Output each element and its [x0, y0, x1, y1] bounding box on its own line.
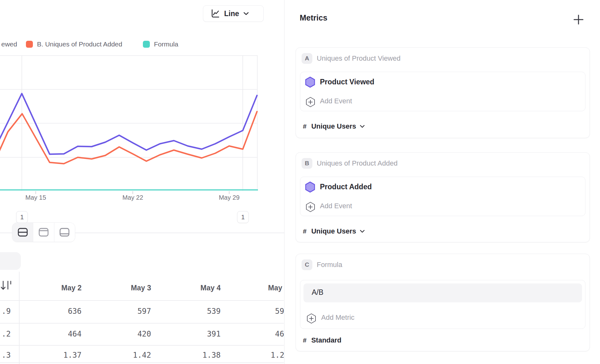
add-metric-hexagon-icon	[306, 313, 317, 324]
row-divider	[0, 345, 284, 346]
column-header[interactable]: May 4	[170, 283, 221, 293]
legend-item-b[interactable]: B. Uniques of Product Added	[37, 40, 122, 48]
metric-badge: C	[302, 259, 312, 270]
event-hexagon-icon	[304, 181, 316, 193]
column-divider	[19, 272, 20, 364]
hash-icon: #	[303, 228, 307, 235]
event-hexagon-icon	[304, 76, 316, 88]
line-chart-icon	[210, 9, 220, 18]
annotation-chip[interactable]: 1	[237, 211, 249, 223]
event-name: Product Added	[320, 183, 372, 191]
table-cell-truncated: 46	[275, 329, 284, 339]
table-cell: 1.38	[170, 350, 221, 360]
column-header-truncated[interactable]: May	[268, 283, 284, 293]
metric-card-b: B Uniques of Product Added Product Added…	[296, 152, 590, 242]
event-selector[interactable]: Product Added	[300, 179, 585, 195]
layout-chart-only-button[interactable]	[33, 223, 54, 242]
table-cell: 539	[170, 306, 221, 316]
add-event-hexagon-icon	[305, 201, 316, 213]
x-axis-label: May 22	[107, 193, 158, 202]
layout-toggle-group	[12, 222, 75, 242]
formula-input[interactable]: A/B	[303, 283, 582, 302]
chart-type-button[interactable]: Line	[203, 5, 264, 22]
formula-type-label: Standard	[311, 336, 341, 344]
aggregation-dropdown[interactable]: # Unique Users	[303, 122, 365, 131]
panel-title: Metrics	[300, 13, 328, 22]
add-metric-row[interactable]: Add Metric	[300, 311, 585, 325]
row-divider	[0, 362, 284, 363]
breakdown-table: May 2 May 3 May 4 May .9 636 597 539 59 …	[0, 272, 284, 364]
add-metric-plus-button[interactable]	[573, 14, 584, 25]
aggregation-label: Unique Users	[311, 227, 356, 235]
add-event-label: Add Event	[320, 97, 352, 105]
table-cell-truncated: .2	[0, 329, 11, 339]
top-layout-icon	[39, 228, 49, 237]
legend-swatch-b	[26, 41, 33, 48]
formula-type-row[interactable]: # Standard	[303, 336, 341, 345]
layout-split-button[interactable]	[12, 223, 33, 242]
add-event-label: Add Event	[320, 202, 352, 210]
table-cell: 464	[31, 329, 82, 339]
column-header[interactable]: May 3	[101, 283, 151, 293]
plus-icon	[573, 14, 584, 25]
legend-swatch-formula	[143, 41, 150, 48]
layout-table-only-button[interactable]	[54, 223, 75, 242]
report-canvas: Line ewed B. Uniques of Product Added Fo…	[0, 0, 284, 364]
metrics-panel: Metrics A Uniques of Product Viewed Prod…	[285, 0, 600, 364]
table-cell-truncated: .9	[0, 306, 11, 316]
event-name: Product Viewed	[320, 78, 374, 86]
chart-type-label: Line	[224, 9, 239, 18]
analytics-app-window: Line ewed B. Uniques of Product Added Fo…	[0, 0, 600, 364]
metric-card-a: A Uniques of Product Viewed Product View…	[296, 47, 590, 138]
sort-icon[interactable]	[0, 279, 12, 293]
metric-title[interactable]: Uniques of Product Viewed	[317, 54, 401, 63]
table-cell: 1.42	[101, 350, 151, 360]
metric-title[interactable]: Formula	[317, 260, 342, 269]
metric-title[interactable]: Uniques of Product Added	[317, 159, 398, 168]
metric-badge: A	[302, 53, 312, 64]
chevron-down-icon	[243, 12, 249, 15]
formula-value: A/B	[312, 288, 323, 297]
x-axis-label: May 15	[10, 193, 61, 202]
x-axis-label: May 29	[204, 193, 254, 202]
split-layout-icon	[18, 228, 28, 237]
add-event-hexagon-icon	[305, 96, 316, 108]
formula-box: A/B Add Metric	[300, 280, 585, 329]
event-box: Product Added Add Event	[300, 177, 585, 216]
chevron-down-icon	[360, 125, 365, 128]
hash-icon: #	[303, 123, 307, 130]
add-event-row[interactable]: Add Event	[300, 199, 585, 214]
event-box: Product Viewed Add Event	[300, 72, 585, 111]
event-selector[interactable]: Product Viewed	[300, 74, 585, 90]
table-view-pill[interactable]	[0, 252, 21, 270]
chart-legend: ewed B. Uniques of Product Added Formula	[0, 40, 284, 49]
bottom-layout-icon	[59, 228, 70, 237]
table-cell: 391	[170, 329, 221, 339]
chevron-down-icon	[360, 230, 365, 233]
line-chart-plot[interactable]	[0, 51, 258, 196]
table-cell: 1.37	[31, 350, 82, 360]
add-event-row[interactable]: Add Event	[300, 94, 585, 109]
table-cell-truncated: 1.2	[271, 350, 284, 360]
legend-item-a-truncated[interactable]: ewed	[1, 40, 17, 48]
table-cell-truncated: 59	[275, 306, 284, 316]
metric-card-c: C Formula A/B Add Metric # Standard	[296, 254, 590, 351]
row-divider	[0, 300, 284, 301]
table-cell: 636	[31, 306, 82, 316]
annotation-chip[interactable]: 1	[16, 211, 28, 223]
aggregation-dropdown[interactable]: # Unique Users	[303, 227, 365, 236]
table-cell: 597	[101, 306, 151, 316]
metric-badge: B	[302, 158, 312, 169]
hash-icon: #	[303, 337, 307, 344]
add-metric-label: Add Metric	[321, 313, 354, 322]
table-cell-truncated: .3	[0, 350, 11, 360]
aggregation-label: Unique Users	[311, 122, 356, 130]
row-divider	[0, 323, 284, 324]
column-header[interactable]: May 2	[31, 283, 82, 293]
legend-item-formula[interactable]: Formula	[154, 40, 178, 48]
table-cell: 420	[101, 329, 151, 339]
